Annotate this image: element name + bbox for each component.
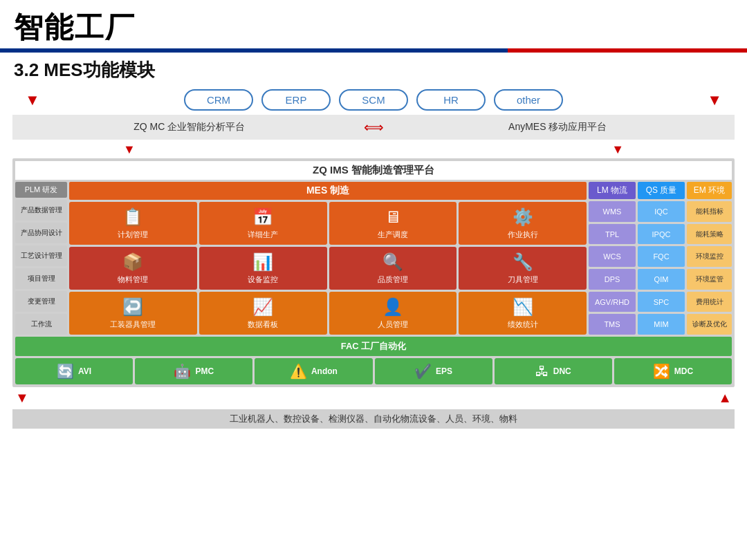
mes-cell-3[interactable]: ⚙️ 作业执行	[459, 202, 587, 245]
avi-label-2: Andon	[311, 366, 338, 376]
avi-icon-0: 🔄	[57, 363, 74, 380]
em-item-0: 能耗指标	[687, 201, 732, 222]
avi-cell-0[interactable]: 🔄 AVI	[15, 358, 133, 384]
platform-left: ZQ MC 企业智能分析平台	[21, 121, 358, 133]
mes-icon-11: 📉	[513, 297, 533, 317]
sys-hr[interactable]: HR	[416, 89, 486, 111]
avi-label-3: EPS	[436, 366, 452, 376]
qs-item-0: IQC	[638, 201, 685, 222]
mes-label-10: 人员管理	[378, 319, 408, 330]
mes-icon-0: 📋	[122, 207, 143, 227]
header-bar-blue	[0, 48, 508, 53]
avi-cell-2[interactable]: ⚠️ Andon	[255, 358, 372, 384]
em-item-4: 费用统计	[687, 292, 732, 312]
avi-cell-4[interactable]: 🖧 DNC	[495, 358, 612, 384]
mes-icon-6: 🔍	[382, 252, 403, 272]
mes-cell-2[interactable]: 🖥 生产调度	[329, 202, 457, 245]
arrow-platform-left-down: ▼	[123, 142, 136, 157]
sys-erp[interactable]: ERP	[261, 89, 331, 111]
plm-header: PLM 研发	[15, 182, 67, 198]
ims-header: ZQ IMS 智能制造管理平台	[15, 161, 732, 180]
avi-icon-1: 🤖	[174, 363, 191, 380]
platform-right: AnyMES 移动应用平台	[389, 121, 727, 133]
mes-cell-7[interactable]: 🔧 刀具管理	[459, 247, 587, 290]
top-systems-row: ▼ CRM ERP SCM HR other ▼	[12, 89, 735, 111]
qs-item-2: FQC	[638, 246, 685, 267]
arrow-right-down: ▼	[707, 91, 722, 109]
plm-item-3: 项目管理	[15, 268, 67, 289]
em-item-2: 环境监控	[687, 246, 732, 267]
avi-label-4: DNC	[553, 366, 571, 376]
arrow-platform-right-down: ▼	[611, 142, 624, 157]
avi-row: 🔄 AVI 🤖 PMC ⚠️ Andon ✔️ EPS 🖧 DNC 🔀 MD	[15, 358, 732, 384]
mes-cell-4[interactable]: 📦 物料管理	[69, 247, 197, 290]
sys-crm[interactable]: CRM	[184, 89, 253, 111]
lm-item-1: TPL	[589, 224, 636, 245]
mes-cell-8[interactable]: ↩️ 工装器具管理	[69, 292, 197, 335]
qs-header: QS 质量	[638, 182, 685, 199]
qs-item-5: MIM	[638, 314, 685, 335]
subtitle: 3.2 MES功能模块	[0, 53, 747, 86]
mes-area: MES 制造 📋 计划管理 📅 详细生产 🖥 生产调度	[69, 182, 587, 335]
qs-item-1: IPQC	[638, 224, 685, 245]
platform-arrow: ⟺	[364, 119, 384, 136]
mes-icon-8: ↩️	[122, 297, 143, 317]
plm-item-4: 变更管理	[15, 291, 67, 312]
mes-label-1: 详细生产	[248, 230, 278, 240]
mes-icon-4: 📦	[122, 252, 143, 272]
mes-label-2: 生产调度	[378, 230, 408, 240]
mes-cell-9[interactable]: 📈 数据看板	[199, 292, 327, 335]
header: 智能工厂	[0, 0, 747, 48]
lm-item-4: AGV/RHD	[589, 292, 636, 312]
mes-cell-11[interactable]: 📉 绩效统计	[459, 292, 587, 335]
header-bar	[0, 48, 747, 53]
avi-icon-2: ⚠️	[290, 363, 307, 380]
mes-icon-5: 📊	[252, 252, 273, 272]
header-bar-red	[508, 48, 747, 53]
platform-row: ZQ MC 企业智能分析平台 ⟺ AnyMES 移动应用平台	[12, 115, 735, 140]
lm-header: LM 物流	[589, 182, 636, 199]
avi-icon-5: 🔀	[653, 363, 670, 380]
em-header: EM 环境	[687, 182, 732, 199]
plm-item-5: 工作流	[15, 314, 67, 335]
em-item-3: 环境监管	[687, 269, 732, 290]
arrow-bottom-left: ▼	[12, 390, 29, 406]
em-column: EM 环境 能耗指标 能耗策略 环境监控 环境监管 费用统计 诊断及优化	[687, 182, 732, 335]
lm-column: LM 物流 WMS TPL WCS DPS AGV/RHD TMS	[589, 182, 636, 335]
avi-label-0: AVI	[78, 366, 91, 376]
em-item-5: 诊断及优化	[687, 314, 732, 335]
bottom-bar: 工业机器人、数控设备、检测仪器、自动化物流设备、人员、环境、物料	[12, 409, 735, 429]
mes-cell-0[interactable]: 📋 计划管理	[69, 202, 197, 245]
mes-header: MES 制造	[69, 182, 587, 200]
mes-cell-1[interactable]: 📅 详细生产	[199, 202, 327, 245]
plm-item-0: 产品数据管理	[15, 200, 67, 221]
avi-icon-3: ✔️	[414, 363, 432, 380]
mes-label-5: 设备监控	[248, 274, 278, 285]
mes-cell-10[interactable]: 👤 人员管理	[329, 292, 457, 335]
page-title: 智能工厂	[14, 8, 136, 47]
mes-grid: 📋 计划管理 📅 详细生产 🖥 生产调度 ⚙️ 作业执行	[69, 202, 587, 335]
qs-column: QS 质量 IQC IPQC FQC QIM SPC MIM	[638, 182, 685, 335]
arrow-bottom-right: ▲	[718, 390, 735, 406]
lm-item-2: WCS	[589, 246, 636, 267]
sys-other[interactable]: other	[494, 89, 563, 111]
mes-cell-6[interactable]: 🔍 品质管理	[329, 247, 457, 290]
mes-label-3: 作业执行	[508, 230, 538, 240]
sys-scm[interactable]: SCM	[339, 89, 408, 111]
grid-container: PLM 研发 产品数据管理 产品协同设计 工艺设计管理 项目管理 变更管理 工作…	[15, 182, 732, 335]
lm-item-3: DPS	[589, 269, 636, 290]
plm-item-2: 工艺设计管理	[15, 245, 67, 266]
avi-cell-5[interactable]: 🔀 MDC	[614, 358, 732, 384]
em-item-1: 能耗策略	[687, 224, 732, 245]
mes-label-11: 绩效统计	[508, 319, 538, 330]
mes-label-8: 工装器具管理	[110, 319, 156, 330]
plm-column: PLM 研发 产品数据管理 产品协同设计 工艺设计管理 项目管理 变更管理 工作…	[15, 182, 67, 335]
avi-cell-1[interactable]: 🤖 PMC	[135, 358, 252, 384]
diagram-container: ZQ IMS 智能制造管理平台 PLM 研发 产品数据管理 产品协同设计 工艺设…	[12, 158, 735, 387]
mes-icon-1: 📅	[252, 207, 273, 227]
mes-cell-5[interactable]: 📊 设备监控	[199, 247, 327, 290]
mes-icon-3: ⚙️	[513, 207, 533, 227]
avi-cell-3[interactable]: ✔️ EPS	[375, 358, 492, 384]
mes-icon-7: 🔧	[513, 252, 533, 272]
plm-item-1: 产品协同设计	[15, 223, 67, 243]
